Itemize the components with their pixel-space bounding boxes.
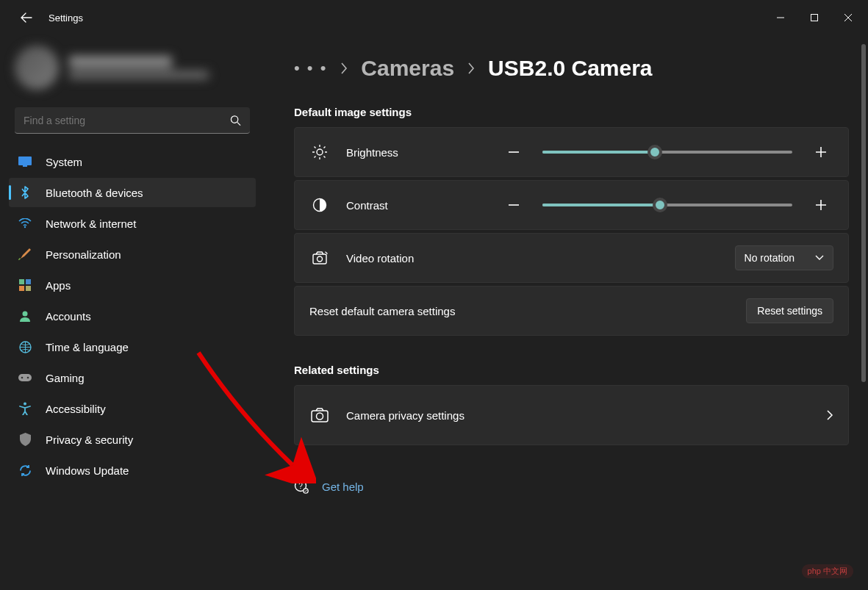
app-title: Settings <box>49 12 83 24</box>
svg-point-1 <box>231 116 237 123</box>
contrast-icon <box>309 198 330 212</box>
close-icon <box>844 14 852 21</box>
section-title-related: Related settings <box>294 364 849 376</box>
sidebar-item-accessibility[interactable]: Accessibility <box>9 394 256 423</box>
sidebar-item-privacy[interactable]: Privacy & security <box>9 425 256 454</box>
video-rotation-card: Video rotation No rotation <box>294 233 849 283</box>
titlebar: Settings <box>0 0 868 35</box>
sidebar-item-bluetooth[interactable]: Bluetooth & devices <box>9 178 256 207</box>
brightness-label: Brightness <box>346 146 398 159</box>
svg-point-4 <box>24 226 26 228</box>
back-button[interactable] <box>12 3 41 32</box>
svg-rect-11 <box>18 374 32 381</box>
svg-point-14 <box>24 403 26 406</box>
chevron-down-icon <box>815 255 824 261</box>
sidebar-item-system[interactable]: System <box>9 147 256 176</box>
display-icon <box>18 154 32 169</box>
sidebar-item-apps[interactable]: Apps <box>9 270 256 300</box>
close-button[interactable] <box>831 6 865 29</box>
sidebar-item-update[interactable]: Windows Update <box>9 456 256 485</box>
plus-icon <box>814 145 828 159</box>
sidebar-item-gaming[interactable]: Gaming <box>9 363 256 392</box>
main-content: • • • Cameras USB2.0 Camera Default imag… <box>265 35 868 590</box>
svg-point-9 <box>23 312 28 317</box>
camera-icon <box>309 408 330 422</box>
breadcrumb-parent[interactable]: Cameras <box>361 56 454 81</box>
search-icon <box>230 115 241 126</box>
video-rotation-label: Video rotation <box>346 252 414 265</box>
profile-block[interactable] <box>9 35 256 106</box>
contrast-label: Contrast <box>346 199 388 212</box>
plus-icon <box>814 198 828 212</box>
window-controls <box>764 6 865 29</box>
brightness-increase[interactable] <box>808 140 833 165</box>
svg-rect-0 <box>811 15 818 21</box>
bluetooth-icon <box>18 185 32 200</box>
svg-point-13 <box>27 377 29 379</box>
accessibility-icon <box>18 401 32 416</box>
svg-rect-8 <box>26 286 31 291</box>
search-box <box>15 107 250 134</box>
sidebar-item-label: Apps <box>46 279 71 292</box>
sidebar-item-label: Accounts <box>46 310 91 323</box>
svg-rect-6 <box>26 279 31 284</box>
svg-rect-2 <box>18 157 32 165</box>
brightness-slider[interactable] <box>542 143 792 161</box>
dropdown-value: No rotation <box>745 252 795 264</box>
scrollbar[interactable] <box>861 44 866 581</box>
get-help-link[interactable]: ? Get help <box>294 473 849 500</box>
breadcrumb-current: USB2.0 Camera <box>488 56 652 81</box>
reset-label: Reset default camera settings <box>309 305 455 317</box>
minus-icon <box>507 145 520 159</box>
search-input[interactable] <box>15 107 250 134</box>
sidebar-item-time[interactable]: Time & language <box>9 332 256 361</box>
sidebar-item-label: Privacy & security <box>46 433 133 446</box>
arrow-left-icon <box>21 12 32 24</box>
chevron-right-icon <box>340 62 348 74</box>
gamepad-icon <box>18 370 32 385</box>
update-icon <box>18 463 32 478</box>
video-rotation-dropdown[interactable]: No rotation <box>735 245 833 270</box>
sidebar-item-label: Bluetooth & devices <box>46 187 143 199</box>
contrast-slider[interactable] <box>542 196 792 214</box>
contrast-card: Contrast <box>294 180 849 230</box>
apps-icon <box>18 278 32 292</box>
svg-point-12 <box>21 377 24 379</box>
avatar <box>15 46 59 90</box>
breadcrumb: • • • Cameras USB2.0 Camera <box>294 56 849 81</box>
breadcrumb-overflow[interactable]: • • • <box>294 59 327 78</box>
section-title-default: Default image settings <box>294 106 849 118</box>
sidebar-item-personalization[interactable]: Personalization <box>9 240 256 269</box>
globe-clock-icon <box>18 339 32 354</box>
svg-point-15 <box>317 149 323 155</box>
contrast-decrease[interactable] <box>501 193 526 217</box>
svg-text:?: ? <box>298 482 303 490</box>
minus-icon <box>507 198 520 212</box>
sidebar-item-network[interactable]: Network & internet <box>9 209 256 238</box>
sidebar: System Bluetooth & devices Network & int… <box>0 35 265 590</box>
maximize-icon <box>811 14 818 21</box>
svg-rect-17 <box>313 254 326 264</box>
wifi-icon <box>18 216 32 231</box>
watermark: php 中文网 <box>802 564 853 578</box>
svg-point-18 <box>318 256 323 262</box>
sidebar-nav: System Bluetooth & devices Network & int… <box>9 147 256 485</box>
brightness-icon <box>309 144 330 160</box>
contrast-increase[interactable] <box>808 193 833 217</box>
camera-privacy-label: Camera privacy settings <box>346 409 465 422</box>
camera-rotate-icon <box>309 251 330 265</box>
svg-rect-7 <box>19 286 24 291</box>
maximize-button[interactable] <box>797 6 831 29</box>
chevron-right-icon <box>827 410 833 420</box>
shield-icon <box>18 432 32 447</box>
help-icon: ? <box>294 479 309 494</box>
sidebar-item-label: System <box>46 156 82 168</box>
minimize-icon <box>777 14 784 21</box>
paintbrush-icon <box>18 247 32 262</box>
reset-card: Reset default camera settings Reset sett… <box>294 286 849 336</box>
minimize-button[interactable] <box>764 6 797 29</box>
camera-privacy-link[interactable]: Camera privacy settings <box>294 385 849 445</box>
brightness-decrease[interactable] <box>501 140 526 165</box>
sidebar-item-accounts[interactable]: Accounts <box>9 301 256 331</box>
reset-button[interactable]: Reset settings <box>746 298 833 323</box>
